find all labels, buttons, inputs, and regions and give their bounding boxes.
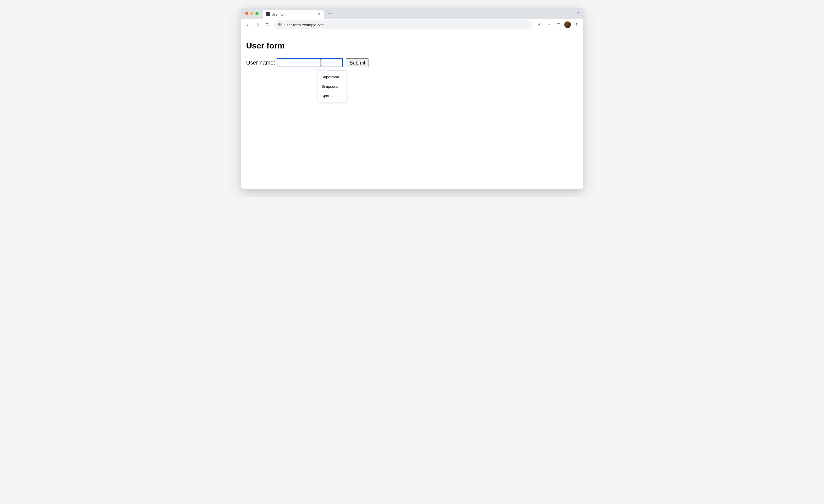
browser-tab[interactable]: User form: [263, 10, 324, 19]
window-close-button[interactable]: [245, 12, 248, 15]
tab-bar: User form: [241, 8, 583, 19]
tab-title: User form: [272, 12, 315, 16]
panel-icon[interactable]: [554, 21, 563, 29]
window-maximize-button[interactable]: [255, 12, 259, 15]
username-input[interactable]: [277, 58, 343, 67]
user-form: User name: Submit Superman Simpsons Spar…: [246, 58, 578, 67]
new-tab-button[interactable]: [326, 10, 333, 17]
submit-button[interactable]: Submit: [346, 58, 369, 67]
forward-button[interactable]: [253, 21, 262, 29]
window-minimize-button[interactable]: [250, 12, 253, 15]
tab-close-button[interactable]: [317, 12, 321, 16]
globe-icon: [278, 22, 282, 27]
autocomplete-option[interactable]: Sparta: [318, 91, 346, 101]
svg-rect-1: [557, 23, 560, 26]
tabs-dropdown-button[interactable]: [576, 11, 580, 16]
username-label: User name:: [246, 59, 275, 66]
page-content: User form User name: Submit Superman Sim…: [241, 31, 583, 189]
svg-point-4: [576, 24, 577, 25]
url-text: user-form.example.com: [285, 23, 325, 27]
window-controls: [241, 12, 263, 15]
autocomplete-option[interactable]: Simpsons: [318, 82, 346, 91]
input-wrapper: [277, 58, 343, 67]
profile-avatar[interactable]: [564, 21, 571, 28]
browser-window: User form user-form.example.com: [241, 8, 583, 189]
address-bar[interactable]: user-form.example.com: [274, 20, 532, 29]
reload-button[interactable]: [263, 21, 271, 29]
autocomplete-option[interactable]: Superman: [318, 72, 346, 82]
toolbar-right: [535, 21, 581, 29]
extensions-icon[interactable]: [535, 21, 543, 29]
page-title: User form: [246, 41, 578, 50]
svg-point-3: [576, 23, 577, 24]
autocomplete-dropdown: Superman Simpsons Sparta: [318, 71, 347, 102]
downloads-icon[interactable]: [545, 21, 553, 29]
back-button[interactable]: [244, 21, 252, 29]
svg-point-5: [576, 25, 577, 26]
favicon-icon: [266, 12, 270, 16]
menu-icon[interactable]: [573, 21, 581, 29]
browser-toolbar: user-form.example.com: [241, 19, 583, 31]
